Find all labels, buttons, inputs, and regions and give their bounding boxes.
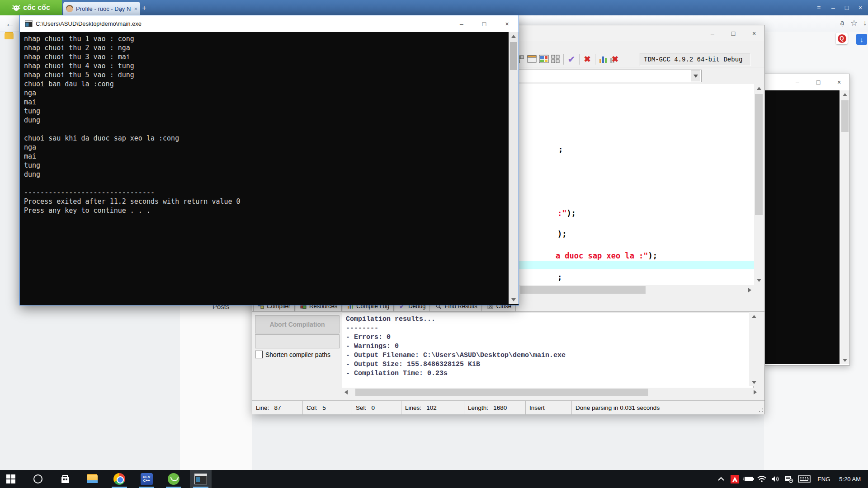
compile-log-output[interactable]: Compilation results...--------- Errors: … [342, 313, 754, 389]
background-console-screen [764, 90, 840, 364]
tab-close-icon[interactable]: × [134, 5, 137, 12]
browser-tab[interactable]: Profile - ruoc - Dạy N × [63, 2, 140, 15]
editor-vertical-scrollbar[interactable] [754, 84, 764, 284]
maximize-icon[interactable]: □ [808, 74, 829, 90]
background-console-titlebar: – □ × [764, 74, 849, 90]
new-window-icon[interactable] [526, 53, 538, 65]
profile-analysis-icon[interactable] [597, 53, 609, 65]
browser-close-button[interactable]: × [854, 2, 866, 14]
new-tab-button[interactable]: + [138, 4, 150, 13]
abort-compilation-button[interactable]: Abort Compilation [255, 315, 340, 333]
desktop: cốc cốc Profile - ruoc - Dạy N × + ≡ – □… [0, 0, 868, 488]
taskbar-store-icon[interactable] [54, 470, 76, 488]
close-icon[interactable]: × [829, 74, 849, 90]
checkbox-box[interactable] [255, 351, 263, 358]
window-layout-icon[interactable] [538, 53, 550, 65]
compiler-results-panel: Abort Compilation Shorten compiler paths… [252, 311, 764, 401]
scrollbar-thumb[interactable] [510, 42, 517, 70]
background-console-scrollbar[interactable] [840, 90, 849, 364]
scroll-down-icon[interactable] [509, 296, 519, 304]
back-button[interactable]: ← [4, 17, 16, 30]
taskbar-coccoc-icon[interactable] [163, 470, 184, 488]
tile-windows-icon[interactable] [550, 53, 561, 65]
tray-volume-icon[interactable] [769, 470, 781, 488]
start-button[interactable] [0, 470, 22, 488]
font-resize-icon[interactable]: ạ [837, 18, 847, 28]
tray-keyboard-icon[interactable] [797, 470, 812, 488]
code-fragment: ); [520, 221, 566, 239]
minimize-icon[interactable]: – [702, 25, 723, 41]
taskbar-devcpp-icon[interactable]: DEVC++ [136, 470, 157, 488]
tab-title: Profile - ruoc - Dạy N [76, 5, 131, 12]
scroll-up-icon[interactable] [749, 313, 759, 320]
taskbar-chrome-icon[interactable] [108, 470, 130, 488]
scroll-up-icon[interactable] [754, 84, 764, 92]
console-output[interactable]: nhap chuoi thu 1 vao : congnhap chuoi th… [20, 32, 508, 304]
scrollbar-thumb[interactable] [841, 100, 849, 132]
status-col: Col: 5 [303, 401, 352, 414]
coccoc-logo[interactable]: cốc cốc [0, 0, 62, 15]
tab-favicon [66, 5, 73, 12]
bookmark-folder-icon[interactable] [5, 33, 14, 39]
maximize-icon[interactable]: □ [473, 15, 495, 32]
downloads-icon[interactable]: ↓ [860, 18, 868, 28]
browser-menu-icon[interactable]: ≡ [813, 2, 825, 14]
close-icon[interactable]: × [744, 25, 764, 41]
taskbar-explorer-icon[interactable] [81, 470, 103, 488]
minimize-icon[interactable]: – [450, 15, 473, 32]
bookmark-star-icon[interactable]: ☆ [849, 18, 859, 28]
console-title: C:\Users\ASUD\Desktop\demo\main.exe [36, 20, 450, 27]
chevron-down-icon[interactable] [691, 70, 700, 81]
syntax-check-icon[interactable]: ✔ [566, 53, 577, 65]
page-notification-widget[interactable]: Q [836, 33, 848, 44]
console-scrollbar[interactable] [509, 32, 519, 304]
coccoc-brand-label: cốc cốc [23, 4, 50, 12]
compiler-profile-select[interactable]: TDM-GCC 4.9.2 64-bit Debug [640, 53, 751, 66]
download-manager-widget[interactable]: ↓ [856, 34, 867, 45]
tray-chevron-icon[interactable] [715, 470, 727, 488]
code-fragment: :"); [520, 200, 576, 218]
tray-language[interactable]: ENG [814, 476, 834, 483]
log-horizontal-scrollbar[interactable] [342, 388, 759, 397]
cortana-button[interactable] [27, 470, 49, 488]
browser-tabstrip: cốc cốc Profile - ruoc - Dạy N × + ≡ – □… [0, 0, 868, 15]
background-console-window[interactable]: – □ × [764, 74, 850, 366]
scroll-right-icon[interactable] [745, 285, 754, 295]
tray-battery-icon[interactable] [742, 470, 754, 488]
scroll-down-icon[interactable] [749, 379, 759, 386]
tray-clock[interactable]: 5:20 AM [835, 476, 864, 483]
shorten-paths-checkbox[interactable]: Shorten compiler paths [255, 351, 330, 358]
console-titlebar[interactable]: C:\Users\ASUD\Desktop\demo\main.exe – □ … [20, 15, 519, 32]
maximize-icon[interactable]: □ [723, 25, 744, 41]
scroll-down-icon[interactable] [754, 276, 764, 284]
scrollbar-thumb[interactable] [520, 286, 646, 294]
delete-profiling-icon[interactable]: ✖ [609, 53, 621, 65]
minimize-icon[interactable]: – [787, 74, 808, 90]
status-line: Line: 87 [252, 401, 303, 414]
scroll-right-icon[interactable] [751, 388, 759, 397]
scroll-up-icon[interactable] [509, 32, 519, 41]
coccoc-crab-icon [12, 4, 21, 11]
status-parsing: Done parsing in 0.031 seconds [572, 401, 764, 414]
scrollbar-thumb[interactable] [355, 389, 648, 396]
scroll-up-icon[interactable] [840, 90, 849, 99]
scrollbar-thumb[interactable] [755, 94, 763, 215]
scroll-down-icon[interactable] [840, 356, 849, 364]
tray-action-center-icon[interactable] [783, 470, 795, 488]
resize-grip[interactable] [759, 408, 763, 413]
log-vertical-scrollbar[interactable] [749, 313, 759, 386]
browser-minimize-button[interactable]: – [827, 2, 839, 14]
notification-badge: Q [838, 34, 846, 43]
tray-wifi-icon[interactable] [756, 470, 768, 488]
tray-adobe-icon[interactable] [729, 470, 741, 488]
abort-icon[interactable]: ✖ [581, 53, 593, 65]
svg-text:✖: ✖ [612, 55, 618, 64]
browser-maximize-button[interactable]: □ [841, 2, 853, 14]
taskbar-console-icon[interactable] [190, 470, 212, 488]
scroll-left-icon[interactable] [342, 388, 350, 397]
console-window[interactable]: C:\Users\ASUD\Desktop\demo\main.exe – □ … [19, 15, 519, 305]
status-sel: Sel: 0 [352, 401, 401, 414]
system-tray: ENG 5:20 AM [715, 470, 868, 488]
close-icon[interactable]: × [495, 15, 519, 32]
status-length: Length: 1680 [464, 401, 526, 414]
